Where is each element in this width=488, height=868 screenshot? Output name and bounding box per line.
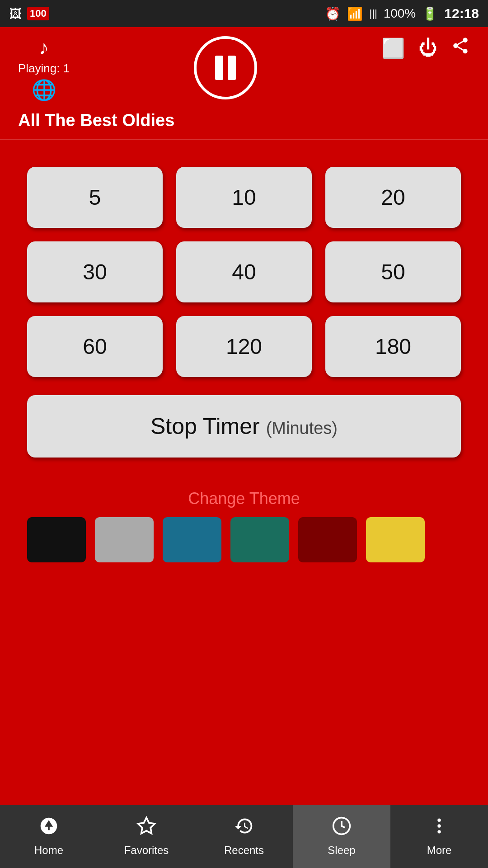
timer-grid: 5 10 20 30 40 50 60 120 180 [27,167,461,377]
nav-sleep[interactable]: Sleep [293,805,390,868]
favorites-icon [136,816,156,840]
theme-dark-red[interactable] [298,517,357,562]
alarm-icon: ⏰ [325,6,341,21]
nav-more-label: More [427,844,452,857]
timer-120[interactable]: 120 [176,316,312,377]
nav-recents[interactable]: Recents [195,805,293,868]
timer-30[interactable]: 30 [27,241,163,302]
pause-button[interactable] [194,36,257,99]
timer-10[interactable]: 10 [176,167,312,228]
header-left-controls: ♪ Playing: 1 🌐 [18,36,70,102]
timer-40[interactable]: 40 [176,241,312,302]
header-right-controls: ⬜ ⏻ [381,36,470,60]
playing-label: Playing: 1 [18,61,70,75]
theme-teal-dark[interactable] [163,517,221,562]
stop-timer-label: Stop Timer [150,414,260,439]
pause-bar-left [215,56,223,80]
pause-bar-right [228,56,236,80]
timer-5[interactable]: 5 [27,167,163,228]
battery-icon: 🔋 [422,6,438,21]
stop-timer-button[interactable]: Stop Timer (Minutes) [27,395,461,458]
nav-favorites[interactable]: Favorites [98,805,195,868]
app-icon: 100 [27,7,49,20]
clock-display: 12:18 [444,6,479,21]
theme-black[interactable] [27,517,86,562]
battery-percent: 100% [384,6,416,21]
svg-point-2 [437,819,441,822]
signal-icon: ||| [369,8,377,19]
music-note-icon: ♪ [39,36,49,59]
more-icon [429,816,449,840]
timer-180[interactable]: 180 [325,316,461,377]
timer-60[interactable]: 60 [27,316,163,377]
sleep-icon [332,816,352,840]
share-icon[interactable] [451,36,470,60]
theme-yellow[interactable] [366,517,425,562]
theme-section: Change Theme [0,471,488,571]
nav-sleep-label: Sleep [328,844,355,857]
svg-point-3 [437,824,441,827]
svg-point-4 [437,830,441,833]
stop-timer-sub: (Minutes) [266,419,338,438]
recents-icon [234,816,254,840]
theme-green-dark[interactable] [230,517,289,562]
nav-more[interactable]: More [390,805,488,868]
power-icon[interactable]: ⏻ [418,37,437,59]
theme-gray[interactable] [95,517,154,562]
globe-icon: 🌐 [32,78,56,102]
header: ♪ Playing: 1 🌐 ⬜ ⏻ [0,27,488,106]
station-name: All The Best Oldies [18,111,174,130]
status-right: ⏰ 📶 ||| 100% 🔋 12:18 [325,6,479,21]
svg-marker-0 [138,818,155,834]
photo-icon: 🖼 [9,6,22,21]
theme-colors [27,517,461,562]
timer-20[interactable]: 20 [325,167,461,228]
nav-recents-label: Recents [224,844,264,857]
theme-label: Change Theme [27,489,461,508]
timer-section: 5 10 20 30 40 50 60 120 180 Stop Timer (… [0,140,488,471]
status-left: 🖼 100 [9,6,49,21]
station-title-bar: All The Best Oldies [0,106,488,140]
pause-icon [215,56,236,80]
header-center [194,36,257,99]
wifi-icon: 📶 [347,6,363,21]
bottom-nav: Home Favorites Recents Sleep [0,805,488,868]
nav-home-label: Home [34,844,63,857]
timer-50[interactable]: 50 [325,241,461,302]
home-icon [39,816,59,840]
stop-icon[interactable]: ⬜ [381,37,405,59]
nav-home[interactable]: Home [0,805,98,868]
status-bar: 🖼 100 ⏰ 📶 ||| 100% 🔋 12:18 [0,0,488,27]
nav-favorites-label: Favorites [124,844,169,857]
